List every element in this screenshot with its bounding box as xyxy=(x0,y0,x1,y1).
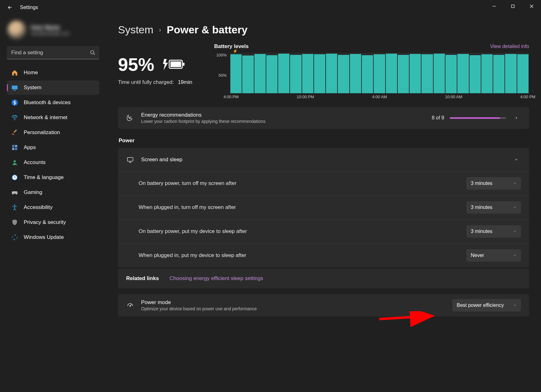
system-icon xyxy=(11,84,18,91)
clock-icon xyxy=(11,174,18,181)
chart-bar xyxy=(445,55,457,94)
sidebar-item-label: Home xyxy=(24,70,38,76)
view-detailed-link[interactable]: View detailed info xyxy=(490,44,529,49)
sidebar-item-label: System xyxy=(24,85,42,91)
minimize-button[interactable] xyxy=(485,0,504,12)
svg-point-11 xyxy=(13,160,16,162)
sidebar-item-network-internet[interactable]: Network & internet xyxy=(7,110,99,125)
profile-email: user@example.com xyxy=(31,31,70,36)
sleep-setting-row: On battery power, put my device to sleep… xyxy=(118,220,529,244)
energy-subtitle: Lower your carbon footprint by applying … xyxy=(141,119,425,124)
screen-sleep-header[interactable]: Screen and sleep xyxy=(118,148,529,172)
shield-icon xyxy=(11,219,18,226)
chart-bar xyxy=(278,54,289,93)
sidebar-item-accessibility[interactable]: Accessibility xyxy=(7,200,99,215)
charge-time: Time until fully charged: 19min xyxy=(118,79,192,85)
sidebar-item-home[interactable]: Home xyxy=(7,65,99,80)
chart-bar xyxy=(242,56,253,93)
sidebar-item-privacy-security[interactable]: Privacy & security xyxy=(7,215,99,230)
battery-percent-value: 95% xyxy=(118,54,154,75)
chart-bar xyxy=(410,54,421,93)
x-tick: 4:00 PM xyxy=(224,94,239,99)
svg-rect-4 xyxy=(13,90,16,90)
sidebar-item-personalization[interactable]: Personalization xyxy=(7,125,99,140)
sleep-setting-row: When plugged in, put my device to sleep … xyxy=(118,244,529,267)
sidebar-item-label: Accessibility xyxy=(24,204,53,211)
svg-rect-16 xyxy=(170,61,181,67)
sleep-setting-dropdown-1[interactable]: 3 minutes xyxy=(466,201,521,214)
sidebar-item-label: Network & internet xyxy=(24,114,67,121)
avatar xyxy=(7,21,26,39)
breadcrumb-current: Power & battery xyxy=(167,24,248,36)
sidebar-item-time-language[interactable]: Time & language xyxy=(7,170,99,185)
breadcrumb-parent[interactable]: System xyxy=(118,24,153,36)
chart-bar xyxy=(266,55,278,93)
chart-bar xyxy=(386,54,397,93)
chevron-down-icon xyxy=(513,254,517,257)
sleep-setting-dropdown-3[interactable]: Never xyxy=(466,249,521,262)
sidebar-item-bluetooth-devices[interactable]: Bluetooth & devices xyxy=(7,95,99,110)
sidebar-item-system[interactable]: System xyxy=(7,80,99,95)
chevron-right-icon[interactable] xyxy=(512,113,521,123)
close-button[interactable] xyxy=(522,0,541,12)
svg-rect-8 xyxy=(15,145,17,147)
energy-count: 8 of 9 xyxy=(432,115,444,121)
svg-point-2 xyxy=(91,51,94,54)
sleep-setting-dropdown-0[interactable]: 3 minutes xyxy=(466,177,521,190)
dropdown-value: 3 minutes xyxy=(471,205,492,210)
x-tick: 4:00 PM xyxy=(520,94,535,99)
brush-icon xyxy=(11,129,18,136)
back-button[interactable] xyxy=(6,4,14,11)
sidebar-item-gaming[interactable]: Gaming xyxy=(7,185,99,200)
energy-recommendations-card[interactable]: Energy recommendations Lower your carbon… xyxy=(118,107,529,129)
power-mode-card[interactable]: Power mode Optimize your device based on… xyxy=(118,294,529,317)
profile-block[interactable]: User Name user@example.com xyxy=(7,21,99,39)
chart-title: Battery levels xyxy=(214,43,249,50)
chevron-down-icon xyxy=(513,303,517,307)
svg-rect-10 xyxy=(15,148,17,150)
chart-bar xyxy=(338,55,349,94)
dropdown-value: 3 minutes xyxy=(471,181,492,186)
chevron-right-icon: › xyxy=(159,26,161,33)
sidebar-item-label: Gaming xyxy=(24,189,42,196)
energy-progress xyxy=(450,117,506,119)
app-title: Settings xyxy=(20,5,38,10)
chart-bar xyxy=(326,54,337,93)
power-mode-dropdown[interactable]: Best power efficiency xyxy=(452,299,521,312)
svg-rect-7 xyxy=(12,145,14,147)
chevron-down-icon xyxy=(513,181,517,185)
svg-rect-9 xyxy=(12,148,14,150)
search-field[interactable] xyxy=(7,46,99,59)
chart-bar xyxy=(457,54,469,93)
sleep-setting-label: When plugged in, put my device to sleep … xyxy=(139,252,466,259)
leaf-icon xyxy=(126,114,134,122)
chart-bar xyxy=(230,54,242,93)
chevron-up-icon[interactable] xyxy=(512,155,521,164)
dropdown-value: 3 minutes xyxy=(471,229,492,234)
sidebar-item-apps[interactable]: Apps xyxy=(7,140,99,155)
y-tick: 50% xyxy=(214,73,227,78)
sidebar-item-accounts[interactable]: Accounts xyxy=(7,155,99,170)
chart-bar xyxy=(302,54,313,93)
sleep-setting-dropdown-2[interactable]: 3 minutes xyxy=(466,225,521,238)
sidebar-item-windows-update[interactable]: Windows Update xyxy=(7,230,99,244)
wifi-icon xyxy=(11,114,18,121)
sidebar-item-label: Personalization xyxy=(24,129,60,136)
bolt-icon: ⚡ xyxy=(233,49,238,53)
battery-charging-icon xyxy=(161,58,185,71)
chevron-down-icon xyxy=(513,206,517,209)
dropdown-value: Never xyxy=(471,253,484,258)
power-mode-title: Power mode xyxy=(141,299,445,306)
chart-bar xyxy=(314,54,325,93)
charge-time-label: Time until fully charged: xyxy=(118,79,174,85)
svg-point-19 xyxy=(130,306,131,307)
search-input[interactable] xyxy=(7,46,99,59)
sleep-setting-row: When plugged in, turn off my screen afte… xyxy=(118,196,529,220)
chevron-down-icon xyxy=(513,230,517,233)
related-link[interactable]: Choosing energy efficient sleep settings xyxy=(170,275,263,282)
sidebar-item-label: Time & language xyxy=(24,174,64,181)
maximize-button[interactable] xyxy=(504,0,522,12)
home-icon xyxy=(11,69,18,76)
accessibility-icon xyxy=(11,204,18,211)
profile-name: User Name xyxy=(31,24,70,31)
